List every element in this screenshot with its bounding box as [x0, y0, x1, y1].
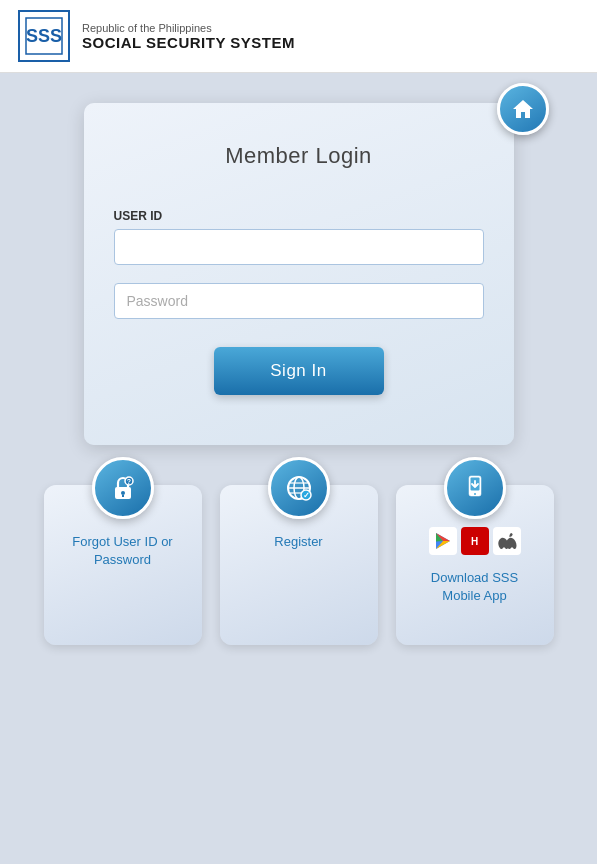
main-area: Member Login USER ID Sign In — [0, 73, 597, 475]
login-card: Member Login USER ID Sign In — [84, 103, 514, 445]
signin-button[interactable]: Sign In — [214, 347, 384, 395]
lock-icon-circle: ? — [92, 457, 154, 519]
svg-text:✓: ✓ — [302, 491, 309, 500]
svg-text:SSS: SSS — [26, 26, 62, 46]
userid-input[interactable] — [114, 229, 484, 265]
svg-point-3 — [121, 491, 125, 495]
apple-store-icon — [493, 527, 521, 555]
userid-label: USER ID — [114, 209, 484, 223]
download-app-label: Download SSSMobile App — [421, 569, 528, 605]
register-card[interactable]: ✓ Register — [220, 485, 378, 645]
register-label: Register — [264, 533, 332, 551]
login-title: Member Login — [114, 143, 484, 169]
forgot-label: Forgot User ID orPassword — [62, 533, 182, 569]
password-input[interactable] — [114, 283, 484, 319]
download-app-card[interactable]: H Download SSSMobile App — [396, 485, 554, 645]
bottom-cards-area: ? Forgot User ID orPassword ✓ Register — [0, 475, 597, 675]
google-play-icon — [429, 527, 457, 555]
home-button[interactable] — [497, 83, 549, 135]
header-title: SOCIAL SECURITY SYSTEM — [82, 34, 295, 51]
svg-text:?: ? — [126, 478, 130, 485]
mobile-icon-circle — [444, 457, 506, 519]
forgot-card[interactable]: ? Forgot User ID orPassword — [44, 485, 202, 645]
site-header: SSS Republic of the Philippines SOCIAL S… — [0, 0, 597, 73]
app-store-icons: H — [429, 527, 521, 555]
header-subtitle: Republic of the Philippines — [82, 22, 295, 34]
header-text: Republic of the Philippines SOCIAL SECUR… — [82, 22, 295, 51]
huawei-icon: H — [461, 527, 489, 555]
userid-group: USER ID — [114, 209, 484, 265]
sss-logo: SSS — [18, 10, 70, 62]
globe-icon-circle: ✓ — [268, 457, 330, 519]
password-group — [114, 283, 484, 319]
svg-point-16 — [474, 493, 476, 495]
